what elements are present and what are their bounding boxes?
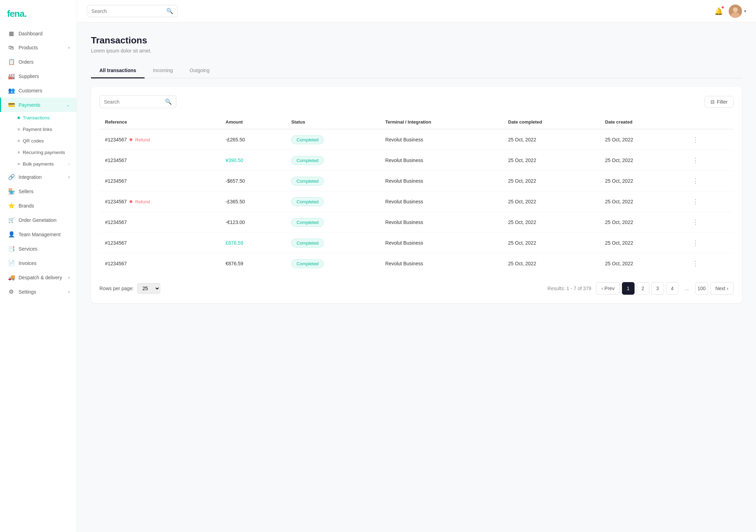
chevron-right-icon: › [68,289,70,294]
despatch-icon: 🚚 [8,274,14,281]
col-terminal: Terminal / Integration [380,115,503,129]
row-more-button[interactable]: ⋮ [690,238,701,248]
tab-outgoing[interactable]: Outgoing [181,63,218,78]
rows-per-page-select[interactable]: 25 50 100 [137,283,160,294]
next-page-button[interactable]: Next › [710,282,734,295]
cell-date-created: 25 Oct, 2022 [600,191,684,212]
chevron-down-icon: ▾ [744,9,746,14]
refund-dot-icon [130,200,132,203]
col-actions [684,115,734,129]
sidebar-item-qr-codes[interactable]: QR codes [0,135,77,147]
sidebar-item-label: Dashboard [19,31,43,36]
table-search-input[interactable] [104,99,162,105]
sidebar-item-orders[interactable]: 📋 Orders [0,55,77,69]
amount-value: -€123.00 [226,219,245,225]
sidebar-subitem-label: Bulk payments [23,161,54,167]
sidebar-item-brands[interactable]: ⭐ Brands [0,198,77,213]
col-reference: Reference [99,115,220,129]
app-logo: fena. [0,0,77,26]
row-more-button[interactable]: ⋮ [690,196,701,207]
main-content-area: 🔍 🔔 ▾ Transactions Lorem ipsum do [77,0,756,532]
svg-point-1 [733,7,738,12]
transactions-table: Reference Amount Status Terminal / Integ… [99,115,734,274]
search-icon: 🔍 [166,8,173,14]
row-more-button[interactable]: ⋮ [690,258,701,269]
cell-amount: €876.59 [220,253,286,274]
col-date-created: Date created [600,115,684,129]
status-badge: Completed [291,177,324,186]
page-3-button[interactable]: 3 [651,282,664,295]
sidebar-item-recurring-payments[interactable]: Recurring payments [0,147,77,158]
amount-value: ¥390.50 [226,158,244,163]
cell-amount: -£365.50 [220,191,286,212]
cell-terminal: Revolut Business [380,129,503,150]
cell-date-completed: 25 Oct, 2022 [503,253,600,274]
amount-value: -£365.50 [226,199,245,204]
sidebar-item-transactions[interactable]: Transactions [0,112,77,124]
sidebar-item-bulk-payments[interactable]: Bulk payments › [0,158,77,170]
dot-icon [18,163,20,165]
amount-value: -$657.50 [226,178,245,184]
sidebar-item-label: Settings [19,289,36,295]
cell-actions: ⋮ [684,233,734,253]
col-date-completed: Date completed [503,115,600,129]
global-search-input[interactable] [91,8,163,14]
sidebar-item-order-generation[interactable]: 🛒 Order Genetation [0,213,77,227]
filter-button[interactable]: ⊟ Filter [705,96,734,108]
sidebar-item-customers[interactable]: 👥 Customers [0,83,77,98]
cell-terminal: Revolut Business [380,150,503,171]
sidebar-item-services[interactable]: 📑 Services [0,241,77,256]
sidebar-item-payments[interactable]: 💳 Payments ⌄ [0,98,77,112]
tab-incoming[interactable]: Incoming [145,63,181,78]
table-row: #1234567 -$657.50 Completed Revolut Busi… [99,171,734,191]
sidebar-item-label: Integration [19,174,42,180]
reference-text: #1234567 [105,158,127,163]
sidebar-item-products[interactable]: 🛍 Products › [0,41,77,55]
cell-date-completed: 25 Oct, 2022 [503,233,600,253]
notification-bell[interactable]: 🔔 [714,7,723,15]
sidebar-item-settings[interactable]: ⚙ Settings › [0,285,77,299]
sidebar-item-team-management[interactable]: 👤 Team Management [0,227,77,241]
table-row: #1234567 £876.59 Completed Revolut Busin… [99,233,734,253]
cell-date-created: 25 Oct, 2022 [600,150,684,171]
sidebar-item-label: Order Genetation [19,217,56,223]
sidebar-item-despatch[interactable]: 🚚 Despatch & delivery › [0,270,77,285]
settings-icon: ⚙ [8,288,14,295]
pagination-dots: ... [681,282,693,295]
sidebar-item-sellers[interactable]: 🏪 Sellers [0,184,77,198]
global-search-box[interactable]: 🔍 [87,5,178,17]
filter-icon: ⊟ [710,99,715,105]
row-more-button[interactable]: ⋮ [690,155,701,166]
cell-date-completed: 25 Oct, 2022 [503,129,600,150]
row-more-button[interactable]: ⋮ [690,176,701,186]
prev-page-button[interactable]: ‹ Prev [596,282,620,295]
page-content: Transactions Lorem ipsum dolor sit amet.… [77,22,756,532]
user-avatar-wrap[interactable]: ▾ [729,5,746,18]
row-more-button[interactable]: ⋮ [690,134,701,145]
sidebar-item-invoices[interactable]: 📄 Invoices [0,256,77,270]
refund-dot-icon [130,138,132,141]
cell-terminal: Revolut Business [380,233,503,253]
page-1-button[interactable]: 1 [622,282,635,295]
rows-per-page-label: Rows per page: [99,286,134,291]
sidebar-item-label: Payments [19,102,40,108]
dot-icon [18,140,20,142]
page-4-button[interactable]: 4 [666,282,679,295]
sidebar-item-label: Suppliers [19,74,39,79]
sidebar-item-suppliers[interactable]: 🏭 Suppliers [0,69,77,83]
reference-text: #1234567 [105,137,127,142]
tab-all-transactions[interactable]: All transactions [91,63,145,78]
sidebar-item-payment-links[interactable]: Payment links [0,124,77,135]
row-more-button[interactable]: ⋮ [690,217,701,227]
table-search-box[interactable]: 🔍 [99,95,176,108]
page-100-button[interactable]: 100 [695,282,708,295]
sidebar-item-integration[interactable]: 🔗 Integration › [0,170,77,184]
page-2-button[interactable]: 2 [637,282,649,295]
sidebar-item-dashboard[interactable]: ▦ Dashboard [0,26,77,41]
cell-status: Completed [286,253,380,274]
topbar: 🔍 🔔 ▾ [77,0,756,22]
chevron-right-icon: › [68,45,70,50]
table-row: #1234567 Refund -£365.50 Completed Revol… [99,191,734,212]
cell-date-completed: 25 Oct, 2022 [503,191,600,212]
sidebar-item-label: Despatch & delivery [19,275,62,280]
